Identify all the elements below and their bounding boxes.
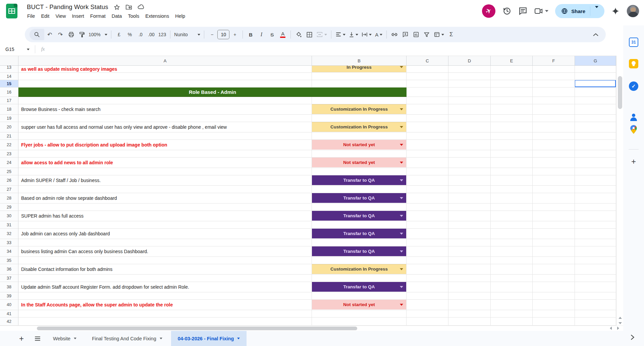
- cell-A26[interactable]: Admin SUPER / Staff / Job / business.: [18, 175, 312, 186]
- cell-B30[interactable]: Transfar to QA: [312, 211, 407, 221]
- cell-C24[interactable]: [407, 158, 448, 168]
- cell-G22[interactable]: [575, 140, 616, 150]
- cell-F22[interactable]: [533, 140, 575, 150]
- row-header-35[interactable]: 35: [0, 257, 18, 264]
- cell-F38[interactable]: [533, 282, 575, 292]
- row-header-22[interactable]: 22: [0, 140, 18, 150]
- cell-A41[interactable]: [18, 310, 312, 318]
- chip-caret-icon[interactable]: [400, 286, 403, 288]
- cell-D31[interactable]: [448, 221, 491, 229]
- cell-D16[interactable]: [448, 88, 491, 97]
- cell-E34[interactable]: [491, 246, 533, 257]
- cell-C28[interactable]: [407, 193, 448, 204]
- cell-D40[interactable]: [448, 300, 491, 310]
- cell-B39[interactable]: [312, 292, 407, 300]
- number-format-button[interactable]: 123: [157, 29, 168, 40]
- cell-B22[interactable]: Not started yet: [312, 140, 407, 150]
- cell-C19[interactable]: [407, 115, 448, 122]
- cell-A29[interactable]: [18, 204, 312, 211]
- cell-F14[interactable]: [533, 73, 575, 80]
- cell-D34[interactable]: [448, 246, 491, 257]
- text-color-button[interactable]: A: [277, 29, 288, 40]
- cell-F31[interactable]: [533, 221, 575, 229]
- cell-C26[interactable]: [407, 175, 448, 186]
- chip-caret-icon[interactable]: [400, 215, 403, 217]
- cell-F37[interactable]: [533, 275, 575, 282]
- row-header-23[interactable]: 23: [0, 150, 18, 158]
- cell-A30[interactable]: SUPER admin has full access: [18, 211, 312, 221]
- cell-E25[interactable]: [491, 168, 533, 175]
- cell-F28[interactable]: [533, 193, 575, 204]
- cell-A37[interactable]: [18, 275, 312, 282]
- bold-button[interactable]: B: [245, 29, 256, 40]
- cell-B29[interactable]: [312, 204, 407, 211]
- cell-A23[interactable]: [18, 150, 312, 158]
- keep-icon[interactable]: [629, 59, 638, 68]
- row-header-40[interactable]: 40: [0, 300, 18, 310]
- cell-F40[interactable]: [533, 300, 575, 310]
- cell-D39[interactable]: [448, 292, 491, 300]
- cell-A40[interactable]: In the Staff Accounts page, allow the su…: [18, 300, 312, 310]
- status-dropdown-chip[interactable]: In Progress: [312, 66, 406, 72]
- name-box[interactable]: G15: [0, 47, 33, 52]
- cell-D29[interactable]: [448, 204, 491, 211]
- cell-A17[interactable]: [18, 97, 312, 104]
- cell-D28[interactable]: [448, 193, 491, 204]
- select-all-corner[interactable]: [0, 56, 18, 66]
- video-call-button[interactable]: [534, 7, 548, 15]
- cell-C31[interactable]: [407, 221, 448, 229]
- chip-caret-icon[interactable]: [400, 66, 403, 68]
- cell-E18[interactable]: [491, 104, 533, 115]
- chip-caret-icon[interactable]: [400, 197, 403, 199]
- cell-C35[interactable]: [407, 257, 448, 264]
- cell-A14[interactable]: [18, 73, 312, 80]
- cell-E29[interactable]: [491, 204, 533, 211]
- cell-E17[interactable]: [491, 97, 533, 104]
- status-dropdown-chip[interactable]: Customization In Progress: [312, 122, 406, 132]
- cell-D13[interactable]: [448, 66, 491, 73]
- cell-C33[interactable]: [407, 239, 448, 246]
- cell-G38[interactable]: [575, 282, 616, 292]
- section-banner[interactable]: Role Based - Admin: [18, 88, 407, 97]
- cell-G30[interactable]: [575, 211, 616, 221]
- row-header-32[interactable]: 32: [0, 229, 18, 239]
- cell-E15[interactable]: [491, 80, 533, 88]
- cell-F27[interactable]: [533, 186, 575, 193]
- row-header-15[interactable]: 15: [0, 80, 18, 88]
- text-wrap-button[interactable]: [360, 29, 373, 40]
- cell-A18[interactable]: Browse Business - check main search: [18, 104, 312, 115]
- status-dropdown-chip[interactable]: Transfar to QA: [312, 229, 406, 238]
- cell-E26[interactable]: [491, 175, 533, 186]
- cell-E37[interactable]: [491, 275, 533, 282]
- video-call-caret-icon[interactable]: [545, 10, 548, 12]
- row-header-30[interactable]: 30: [0, 211, 18, 221]
- text-rotate-button[interactable]: A: [373, 29, 384, 40]
- cell-D14[interactable]: [448, 73, 491, 80]
- cell-F24[interactable]: [533, 158, 575, 168]
- status-dropdown-chip[interactable]: Not started yet: [312, 158, 406, 167]
- cell-C37[interactable]: [407, 275, 448, 282]
- horizontal-scrollbar-thumb[interactable]: [37, 327, 357, 330]
- status-dropdown-chip[interactable]: Transfar to QA: [312, 193, 406, 203]
- cell-B42[interactable]: [312, 318, 407, 326]
- menu-extensions[interactable]: Extensions: [142, 12, 172, 20]
- menu-help[interactable]: Help: [172, 12, 188, 20]
- cell-F36[interactable]: [533, 264, 575, 275]
- decrease-font-size-button[interactable]: −: [207, 29, 217, 40]
- cell-D20[interactable]: [448, 122, 491, 132]
- cell-B24[interactable]: Not started yet: [312, 158, 407, 168]
- sheet-tab-1[interactable]: Website: [46, 331, 83, 346]
- all-sheets-button[interactable]: [31, 332, 44, 345]
- calendar-icon[interactable]: 31: [629, 38, 638, 47]
- cell-C23[interactable]: [407, 150, 448, 158]
- cell-B28[interactable]: Transfar to QA: [312, 193, 407, 204]
- zoom-select[interactable]: 100%: [87, 29, 109, 40]
- cell-D22[interactable]: [448, 140, 491, 150]
- cell-F19[interactable]: [533, 115, 575, 122]
- row-header-34[interactable]: 34: [0, 246, 18, 257]
- cell-G25[interactable]: [575, 168, 616, 175]
- scroll-right-icon[interactable]: [617, 327, 619, 330]
- sheet-tab-caret-icon[interactable]: [160, 338, 162, 339]
- cell-C15[interactable]: [407, 80, 448, 88]
- cloud-status-icon[interactable]: [138, 4, 145, 10]
